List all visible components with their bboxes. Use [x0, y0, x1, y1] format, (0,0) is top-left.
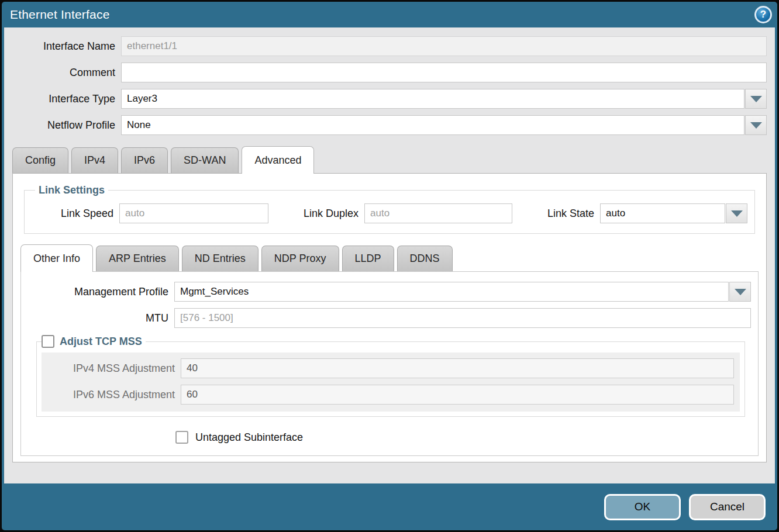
chevron-down-icon [731, 210, 743, 217]
title-bar: Ethernet Interface ? [2, 2, 777, 27]
ipv4-mss-field [181, 358, 734, 378]
interface-name-label: Interface Name [12, 40, 121, 53]
netflow-profile-label: Netflow Profile [12, 119, 121, 132]
dialog-body: Interface Name Comment Interface Type Ne… [4, 27, 775, 483]
advanced-tab-panel: Link Settings Link Speed Link Duplex Lin… [12, 173, 767, 462]
mtu-field[interactable] [174, 308, 751, 328]
tab-lldp[interactable]: LLDP [342, 246, 394, 271]
link-speed-label: Link Speed [32, 208, 119, 220]
mss-disabled-panel: IPv4 MSS Adjustment IPv6 MSS Adjustment [42, 353, 740, 412]
screen: Ethernet Interface ? Interface Name Comm… [0, 0, 779, 532]
netflow-profile-dropdown-button[interactable] [745, 115, 767, 135]
link-duplex-label: Link Duplex [304, 208, 364, 220]
adjust-tcp-mss-label: Adjust TCP MSS [60, 336, 142, 348]
tab-nd-entries[interactable]: ND Entries [182, 246, 258, 271]
adjust-tcp-mss-checkbox[interactable] [42, 335, 54, 348]
link-state-select[interactable] [600, 203, 747, 223]
sub-tab-bar: Other Info ARP Entries ND Entries NDP Pr… [20, 244, 759, 271]
tab-ddns[interactable]: DDNS [397, 246, 453, 271]
main-tab-bar: Config IPv4 IPv6 SD-WAN Advanced [12, 146, 767, 173]
link-state-dropdown-button[interactable] [726, 203, 747, 223]
ipv6-mss-field [181, 385, 734, 405]
tab-arp-entries[interactable]: ARP Entries [96, 246, 179, 271]
link-duplex-field[interactable] [364, 203, 512, 223]
interface-type-row: Interface Type [12, 89, 767, 109]
netflow-profile-row: Netflow Profile [12, 115, 767, 135]
link-settings-row: Link Speed Link Duplex Link State [32, 203, 747, 223]
tab-ndp-proxy[interactable]: NDP Proxy [261, 246, 339, 271]
ipv6-mss-row: IPv6 MSS Adjustment [47, 385, 734, 405]
tab-config[interactable]: Config [12, 147, 68, 173]
footer-bar: OK Cancel [2, 483, 777, 530]
interface-name-field [121, 36, 767, 56]
ipv4-mss-row: IPv4 MSS Adjustment [47, 358, 734, 378]
management-profile-label: Management Profile [28, 286, 174, 298]
link-state-value[interactable] [600, 203, 725, 223]
link-state-label: Link State [547, 208, 600, 220]
tab-ipv6[interactable]: IPv6 [121, 147, 168, 173]
help-icon[interactable]: ? [754, 6, 772, 23]
tab-other-info[interactable]: Other Info [20, 244, 93, 272]
interface-type-label: Interface Type [12, 93, 121, 105]
netflow-profile-value[interactable] [121, 115, 744, 135]
interface-type-select[interactable] [121, 89, 767, 109]
untagged-subinterface-row: Untagged Subinterface [175, 431, 751, 444]
interface-type-value[interactable] [121, 89, 744, 109]
comment-label: Comment [12, 67, 121, 79]
comment-field[interactable] [121, 63, 767, 82]
management-profile-value[interactable] [174, 282, 729, 302]
management-profile-row: Management Profile [28, 282, 751, 302]
tab-ipv4[interactable]: IPv4 [71, 147, 118, 173]
comment-row: Comment [12, 63, 767, 82]
tab-sd-wan[interactable]: SD-WAN [171, 147, 239, 173]
mtu-row: MTU [28, 308, 751, 328]
ok-button[interactable]: OK [604, 494, 681, 520]
ethernet-interface-dialog: Ethernet Interface ? Interface Name Comm… [2, 2, 777, 530]
untagged-subinterface-checkbox[interactable] [175, 431, 188, 444]
other-info-panel: Management Profile MTU [20, 271, 759, 456]
chevron-down-icon [750, 96, 762, 102]
tab-advanced[interactable]: Advanced [242, 146, 314, 174]
dialog-title: Ethernet Interface [10, 8, 110, 22]
cancel-button[interactable]: Cancel [689, 494, 766, 520]
management-profile-dropdown-button[interactable] [729, 282, 751, 302]
ipv4-mss-label: IPv4 MSS Adjustment [47, 362, 181, 375]
management-profile-select[interactable] [174, 282, 751, 302]
interface-type-dropdown-button[interactable] [745, 89, 767, 109]
untagged-subinterface-label: Untagged Subinterface [195, 431, 303, 444]
interface-name-row: Interface Name [12, 36, 767, 56]
netflow-profile-select[interactable] [121, 115, 767, 135]
adjust-tcp-mss-legend: Adjust TCP MSS [42, 335, 146, 348]
mtu-label: MTU [28, 312, 174, 324]
link-settings-fieldset: Link Settings Link Speed Link Duplex Lin… [24, 184, 755, 234]
chevron-down-icon [750, 122, 762, 129]
link-speed-field[interactable] [119, 203, 268, 223]
adjust-tcp-mss-fieldset: Adjust TCP MSS IPv4 MSS Adjustment IPv6 … [36, 335, 745, 417]
link-settings-legend: Link Settings [35, 184, 108, 196]
chevron-down-icon [735, 289, 746, 295]
ipv6-mss-label: IPv6 MSS Adjustment [47, 389, 181, 401]
